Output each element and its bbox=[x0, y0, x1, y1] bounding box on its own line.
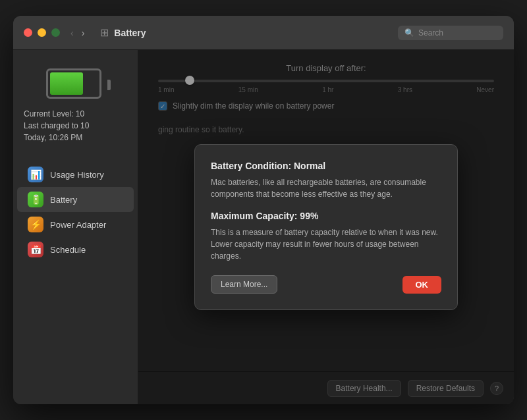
battery-level-info: Current Level: 10 Last charged to 10 Tod… bbox=[24, 108, 127, 144]
usage-history-icon: 📊 bbox=[28, 167, 43, 182]
main-window: ‹ › ⊞ Battery 🔍 Search Current Level: 10 bbox=[13, 16, 514, 404]
modal-overlay: Battery Condition: Normal Mac batteries,… bbox=[138, 50, 514, 404]
modal-capacity-title: Maximum Capacity: 99% bbox=[211, 211, 441, 221]
battery-info: Current Level: 10 Last charged to 10 Tod… bbox=[13, 61, 138, 157]
sidebar-item-usage-history[interactable]: 📊 Usage History bbox=[17, 162, 134, 187]
current-level-text: Current Level: 10 bbox=[24, 108, 127, 120]
modal-title: Battery Condition: Normal bbox=[211, 161, 441, 171]
search-bar[interactable]: 🔍 Search bbox=[398, 26, 503, 40]
power-adapter-label: Power Adapter bbox=[50, 220, 106, 230]
battery-icon-container bbox=[46, 68, 105, 101]
sidebar-items: 📊 Usage History 🔋 Battery ⚡ Power Adapte… bbox=[13, 162, 138, 262]
search-placeholder: Search bbox=[418, 28, 443, 38]
back-arrow[interactable]: ‹ bbox=[68, 26, 76, 39]
last-charged-text: Last charged to 10 bbox=[24, 120, 127, 132]
learn-more-button[interactable]: Learn More... bbox=[211, 275, 277, 294]
modal-description: Mac batteries, like all rechargeable bat… bbox=[211, 176, 441, 200]
maximize-button[interactable] bbox=[51, 28, 60, 37]
modal-buttons: Learn More... OK bbox=[211, 275, 441, 294]
battery-tip bbox=[107, 80, 111, 90]
sidebar-item-schedule[interactable]: 📅 Schedule bbox=[17, 237, 134, 262]
forward-arrow[interactable]: › bbox=[79, 26, 88, 39]
power-adapter-icon: ⚡ bbox=[28, 217, 43, 232]
battery-body bbox=[46, 68, 101, 99]
traffic-lights bbox=[24, 28, 60, 37]
modal-capacity-description: This is a measure of battery capacity re… bbox=[211, 226, 441, 262]
window-title: Battery bbox=[114, 28, 146, 38]
battery-fill bbox=[50, 72, 84, 95]
schedule-icon: 📅 bbox=[28, 242, 43, 257]
grid-icon[interactable]: ⊞ bbox=[100, 26, 109, 39]
usage-history-label: Usage History bbox=[50, 170, 104, 180]
ok-button[interactable]: OK bbox=[402, 276, 442, 294]
battery-label: Battery bbox=[50, 195, 77, 205]
content-wrapper: Turn display off after: 1 min 15 min 1 h… bbox=[138, 50, 514, 404]
battery-icon: 🔋 bbox=[28, 192, 43, 207]
sidebar-item-battery[interactable]: 🔋 Battery bbox=[17, 187, 134, 212]
schedule-label: Schedule bbox=[50, 245, 86, 255]
nav-arrows: ‹ › bbox=[68, 26, 87, 39]
battery-condition-modal: Battery Condition: Normal Mac batteries,… bbox=[194, 144, 458, 310]
titlebar: ‹ › ⊞ Battery 🔍 Search bbox=[13, 16, 514, 50]
search-icon: 🔍 bbox=[404, 28, 414, 38]
main-area: Current Level: 10 Last charged to 10 Tod… bbox=[13, 50, 514, 404]
sidebar: Current Level: 10 Last charged to 10 Tod… bbox=[13, 50, 138, 404]
close-button[interactable] bbox=[24, 28, 32, 37]
sidebar-item-power-adapter[interactable]: ⚡ Power Adapter bbox=[17, 212, 134, 237]
minimize-button[interactable] bbox=[38, 28, 46, 37]
timestamp-text: Today, 10:26 PM bbox=[24, 132, 127, 144]
